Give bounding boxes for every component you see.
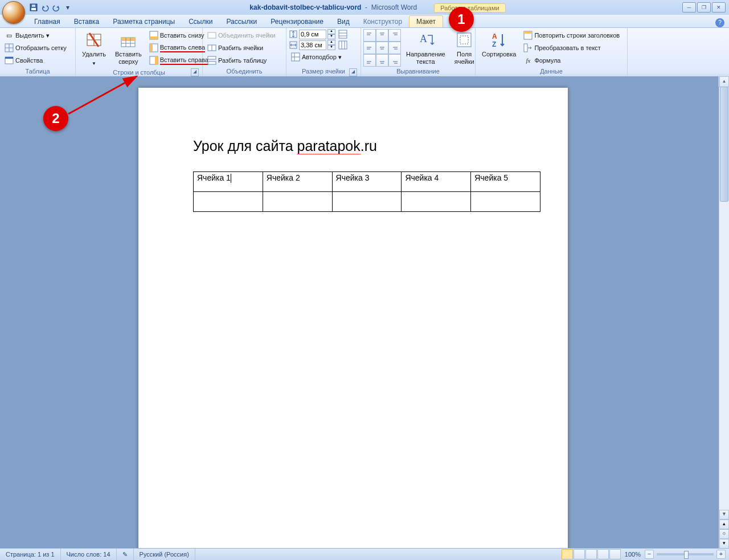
view-print-layout[interactable] bbox=[562, 549, 573, 559]
group-label-table: Таблица bbox=[2, 68, 73, 77]
zoom-out-button[interactable]: − bbox=[645, 550, 654, 559]
align-mid-left[interactable] bbox=[363, 42, 376, 54]
status-proofing[interactable]: ✎ bbox=[117, 549, 134, 560]
restore-button[interactable]: ❐ bbox=[697, 2, 711, 13]
table-cell[interactable]: Ячейка 3 bbox=[332, 172, 402, 192]
text-direction-button[interactable]: A Направление текста bbox=[402, 29, 449, 67]
scroll-down-button[interactable]: ▼ bbox=[719, 510, 729, 520]
tab-table-design[interactable]: Конструктор bbox=[357, 16, 409, 27]
insert-below-button[interactable]: Вставить снизу bbox=[147, 29, 211, 42]
sort-button[interactable]: AZ Сортировка bbox=[478, 29, 520, 60]
split-cells-button[interactable]: Разбить ячейки bbox=[205, 42, 278, 54]
tab-insert[interactable]: Вставка bbox=[67, 16, 107, 27]
svg-rect-23 bbox=[208, 32, 216, 38]
table-cell[interactable] bbox=[194, 192, 263, 212]
align-top-center[interactable] bbox=[376, 29, 388, 42]
text-direction-icon: A bbox=[416, 31, 435, 49]
tab-mailings[interactable]: Рассылки bbox=[219, 16, 264, 27]
align-bot-left[interactable] bbox=[363, 54, 376, 67]
zoom-slider-thumb[interactable] bbox=[684, 551, 689, 559]
align-top-left[interactable] bbox=[363, 29, 376, 42]
tab-references[interactable]: Ссылки bbox=[182, 16, 219, 27]
save-icon[interactable] bbox=[28, 2, 39, 13]
document-table[interactable]: Ячейка 1 Ячейка 2 Ячейка 3 Ячейка 4 Ячей… bbox=[193, 171, 540, 212]
table-row[interactable]: Ячейка 1 Ячейка 2 Ячейка 3 Ячейка 4 Ячей… bbox=[194, 172, 540, 192]
align-mid-center[interactable] bbox=[376, 42, 388, 54]
tab-home[interactable]: Главная bbox=[27, 16, 67, 27]
next-page-button[interactable]: ▾ bbox=[719, 539, 729, 549]
page[interactable]: Урок для сайта paratapok.ru Ячейка 1 Яче… bbox=[138, 88, 568, 549]
width-spinner[interactable]: ▲▼ bbox=[327, 40, 335, 50]
properties-button[interactable]: Свойства bbox=[2, 54, 69, 67]
convert-to-text-button[interactable]: Преобразовать в текст bbox=[521, 42, 622, 54]
tab-view[interactable]: Вид bbox=[330, 16, 357, 27]
view-web-layout[interactable] bbox=[585, 549, 597, 559]
cell-margins-icon bbox=[455, 31, 473, 49]
pointer-icon: ▭ bbox=[5, 31, 14, 40]
split-table-button[interactable]: Разбить таблицу bbox=[205, 54, 278, 67]
browse-object-button[interactable]: ○ bbox=[719, 529, 729, 539]
zoom-slider[interactable] bbox=[657, 553, 714, 555]
help-button[interactable]: ? bbox=[715, 18, 724, 27]
dialog-launcher-icon[interactable]: ◢ bbox=[349, 68, 357, 76]
annotation-badge-2: 2 bbox=[43, 106, 68, 131]
tab-review[interactable]: Рецензирование bbox=[264, 16, 330, 27]
autofit-button[interactable]: Автоподбор ▾ bbox=[289, 51, 347, 63]
dialog-launcher-icon[interactable]: ◢ bbox=[191, 68, 199, 76]
table-cell[interactable] bbox=[332, 192, 402, 212]
zoom-in-button[interactable]: + bbox=[716, 550, 726, 559]
svg-rect-26 bbox=[208, 56, 216, 59]
tab-page-layout[interactable]: Разметка страницы bbox=[106, 16, 182, 27]
svg-rect-2 bbox=[32, 5, 35, 7]
scroll-thumb[interactable] bbox=[720, 87, 728, 202]
close-button[interactable]: ✕ bbox=[712, 2, 726, 13]
group-label-rows-cols: Строки и столбцы◢ bbox=[78, 69, 200, 77]
view-outline[interactable] bbox=[597, 549, 609, 559]
status-language[interactable]: Русский (Россия) bbox=[134, 549, 195, 560]
view-draft[interactable] bbox=[609, 549, 621, 559]
table-cell[interactable]: Ячейка 2 bbox=[263, 172, 332, 192]
table-cell[interactable]: Ячейка 4 bbox=[402, 172, 471, 192]
align-mid-right[interactable] bbox=[388, 42, 401, 54]
repeat-header-button[interactable]: Повторить строки заголовков bbox=[521, 29, 622, 42]
zoom-level[interactable]: 100% bbox=[625, 551, 641, 558]
svg-rect-13 bbox=[121, 38, 135, 41]
distribute-cols-icon[interactable] bbox=[338, 40, 347, 50]
tab-table-layout[interactable]: Макет bbox=[409, 15, 443, 27]
align-top-right[interactable] bbox=[388, 29, 401, 42]
align-bot-right[interactable] bbox=[388, 54, 401, 67]
scroll-up-button[interactable]: ▲ bbox=[719, 76, 729, 87]
office-button[interactable] bbox=[2, 1, 25, 24]
vertical-scrollbar[interactable]: ▲ ▼ ▴ ○ ▾ bbox=[719, 76, 729, 549]
status-page[interactable]: Страница: 1 из 1 bbox=[0, 549, 61, 560]
prev-page-button[interactable]: ▴ bbox=[719, 520, 729, 529]
undo-icon[interactable] bbox=[40, 2, 50, 13]
height-spinner[interactable]: ▲▼ bbox=[327, 29, 335, 39]
redo-icon[interactable] bbox=[51, 2, 62, 13]
table-cell[interactable] bbox=[471, 192, 540, 212]
col-width-input[interactable] bbox=[299, 40, 326, 50]
col-width-icon bbox=[289, 40, 298, 50]
table-cell[interactable] bbox=[263, 192, 332, 212]
qat-customize-icon[interactable]: ▾ bbox=[63, 2, 73, 13]
delete-button[interactable]: Удалить▼ bbox=[78, 29, 110, 69]
formula-button[interactable]: fxФормула bbox=[521, 54, 622, 67]
distribute-rows-icon[interactable] bbox=[338, 30, 347, 39]
table-cell[interactable] bbox=[402, 192, 471, 212]
status-word-count[interactable]: Число слов: 14 bbox=[61, 549, 117, 560]
select-button[interactable]: ▭Выделить ▾ bbox=[2, 29, 69, 42]
table-cell[interactable]: Ячейка 5 bbox=[471, 172, 540, 192]
table-cell[interactable]: Ячейка 1 bbox=[194, 172, 263, 192]
minimize-button[interactable]: ─ bbox=[682, 2, 696, 13]
insert-above-button[interactable]: Вставить сверху bbox=[111, 29, 146, 67]
view-gridlines-button[interactable]: Отобразить сетку bbox=[2, 42, 69, 54]
convert-text-icon bbox=[523, 43, 533, 52]
insert-right-button[interactable]: Вставить справа bbox=[147, 54, 211, 67]
view-full-screen[interactable] bbox=[574, 549, 585, 559]
table-row[interactable] bbox=[194, 192, 540, 212]
align-bot-center[interactable] bbox=[376, 54, 388, 67]
merge-cells-button[interactable]: Объединить ячейки bbox=[205, 29, 278, 42]
row-height-input[interactable] bbox=[299, 30, 326, 39]
insert-left-button[interactable]: Вставить слева bbox=[147, 42, 211, 54]
cell-margins-button[interactable]: Поля ячейки bbox=[450, 29, 478, 67]
